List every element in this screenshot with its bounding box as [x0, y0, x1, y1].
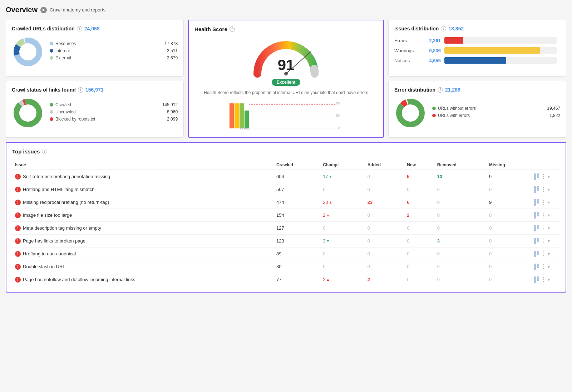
removed-val: 3: [434, 235, 486, 248]
removed-val: 0: [434, 273, 486, 286]
crawled-val: 77: [273, 273, 320, 286]
legend-uncrawled: Uncrawled 8,960: [50, 109, 178, 114]
issue-label: Double slash in URL: [23, 264, 65, 269]
new-val: 0: [404, 183, 434, 196]
health-score-title: Health Score i: [194, 26, 235, 32]
bar-chart-icon[interactable]: [534, 238, 539, 244]
expand-icon[interactable]: ▾: [548, 277, 550, 282]
expand-icon[interactable]: ▾: [548, 213, 550, 218]
bar-chart-icon[interactable]: [534, 173, 539, 180]
more-options-icon[interactable]: ⋮: [541, 237, 546, 244]
more-options-icon[interactable]: ⋮: [541, 212, 546, 219]
error-badge: !: [15, 187, 21, 192]
expand-icon[interactable]: ▾: [548, 226, 550, 231]
issue-label: Self-reference hreflang annotation missi…: [23, 174, 110, 179]
expand-icon[interactable]: ▾: [548, 251, 550, 256]
bar-chart-icon[interactable]: [534, 212, 539, 219]
breadcrumb[interactable]: Crawl anatomy and reports: [50, 7, 105, 13]
error-dist-donut: [394, 97, 426, 129]
change-val: 20 ▲: [320, 196, 365, 209]
col-issue: Issue: [12, 160, 273, 170]
change-val: 0: [320, 183, 365, 196]
added-val: 2: [365, 273, 404, 286]
error-badge: !: [15, 225, 21, 231]
more-options-icon[interactable]: ⋮: [541, 186, 546, 193]
issues-info-icon[interactable]: i: [441, 26, 446, 31]
more-options-icon[interactable]: ⋮: [541, 250, 546, 257]
change-val: 0: [320, 248, 365, 260]
table-row: ! Hreflang to non-canonical 89 0 0 0 0 0…: [12, 248, 560, 260]
expand-icon[interactable]: ▾: [548, 187, 550, 192]
gauge-score: 91: [278, 57, 295, 74]
top-issues-info-icon[interactable]: i: [42, 149, 47, 154]
crawled-val: 604: [273, 170, 320, 183]
more-options-icon[interactable]: ⋮: [541, 276, 546, 283]
bar-chart-icon[interactable]: [534, 186, 539, 193]
error-dist-content: URLs without errors 19,467 URLs with err…: [394, 97, 560, 129]
error-dist-info-icon[interactable]: i: [438, 87, 443, 93]
error-badge: !: [15, 212, 21, 218]
table-row: ! Meta description tag missing or empty …: [12, 222, 560, 235]
expand-icon[interactable]: ▾: [548, 264, 550, 269]
table-row: ! Page has nofollow and dofollow incomin…: [12, 273, 560, 286]
new-val: 0: [404, 273, 434, 286]
row-actions: ⋮ ▾: [534, 276, 557, 283]
error-dist-legend: URLs without errors 19,467 URLs with err…: [432, 106, 560, 120]
expand-icon[interactable]: ▾: [548, 174, 550, 179]
added-val: 0: [365, 170, 404, 183]
removed-val: 0: [434, 196, 486, 209]
crawled-urls-content: Resources 17,878 Internal 3,511 External…: [12, 36, 178, 68]
table-row: ! Image file size too large 154 2 ▲ 0 2 …: [12, 209, 560, 222]
removed-val: 0: [434, 260, 486, 273]
svg-point-4: [20, 44, 36, 60]
health-score-info-icon[interactable]: i: [230, 26, 235, 32]
bar-chart-icon[interactable]: [534, 199, 539, 206]
removed-val: 0: [434, 209, 486, 222]
issue-label: Page has nofollow and dofollow incoming …: [23, 277, 135, 282]
expand-icon[interactable]: ▾: [548, 200, 550, 205]
expand-icon[interactable]: ▾: [548, 239, 550, 244]
crawled-val: 127: [273, 222, 320, 235]
new-val: 0: [404, 260, 434, 273]
page-title: Overview: [6, 6, 38, 14]
issues-errors-row: Errors 2,361: [394, 37, 560, 44]
svg-point-22: [20, 105, 36, 121]
missing-val: 0: [486, 248, 531, 260]
crawled-urls-legend: Resources 17,878 Internal 3,511 External…: [50, 41, 178, 63]
more-options-icon[interactable]: ⋮: [541, 263, 546, 270]
svg-rect-14: [235, 103, 239, 128]
new-val: 0: [404, 235, 434, 248]
bar-chart-icon[interactable]: [534, 264, 539, 270]
gauge: 91: [250, 38, 322, 77]
missing-val: 9: [486, 196, 531, 209]
added-val: 0: [365, 235, 404, 248]
bar-chart-icon[interactable]: [534, 251, 539, 257]
more-options-icon[interactable]: ⋮: [541, 173, 546, 180]
crawl-status-info-icon[interactable]: i: [78, 87, 83, 93]
table-row: ! Double slash in URL 80 0 0 0 0 0 ⋮ ▾: [12, 260, 560, 273]
change-val: 17 ▼: [320, 170, 365, 183]
health-description: Health Score reflects the proportion of …: [200, 89, 372, 96]
issue-label: Hreflang and HTML lang mismatch: [23, 187, 94, 192]
more-options-icon[interactable]: ⋮: [541, 199, 546, 206]
bar-chart-icon[interactable]: [534, 276, 539, 283]
legend-item-resources: Resources 17,878: [50, 41, 178, 46]
removed-val: 0: [434, 222, 486, 235]
col-crawled: Crawled: [273, 160, 320, 170]
bar-chart-icon[interactable]: [534, 225, 539, 231]
error-distribution-card: Error distribution i 21,289 URLs without…: [388, 81, 566, 138]
row-actions: ⋮ ▾: [534, 225, 557, 231]
page-header: Overview Crawl anatomy and reports: [6, 6, 566, 14]
crawl-status-card: Crawl status of links found i 156,971 Cr…: [6, 81, 184, 138]
play-icon[interactable]: [40, 7, 47, 13]
more-options-icon[interactable]: ⋮: [541, 225, 546, 231]
crawled-val: 507: [273, 183, 320, 196]
table-row: ! Page has links to broken page 123 3 ▼ …: [12, 235, 560, 248]
error-badge: !: [15, 264, 21, 270]
row-actions: ⋮ ▾: [534, 199, 557, 206]
missing-val: 0: [486, 235, 531, 248]
new-val: 0: [404, 222, 434, 235]
added-val: 0: [365, 260, 404, 273]
issue-label: Page has links to broken page: [23, 238, 85, 244]
crawled-urls-info-icon[interactable]: i: [77, 26, 82, 31]
